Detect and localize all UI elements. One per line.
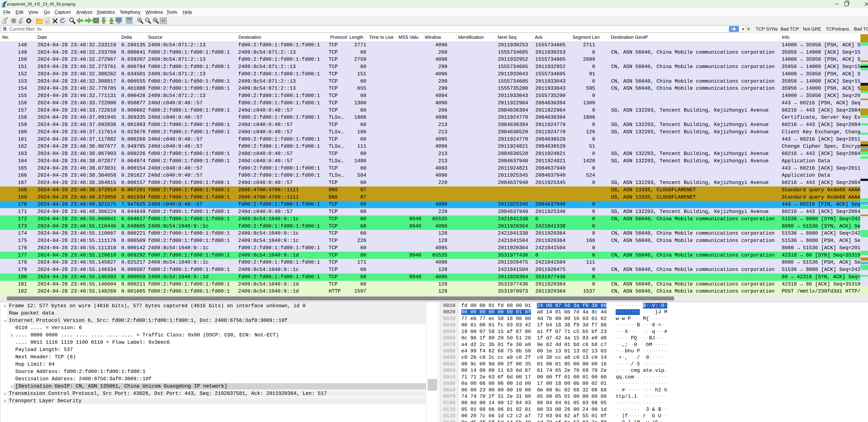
svg-text:0111: 0111 <box>46 22 48 23</box>
